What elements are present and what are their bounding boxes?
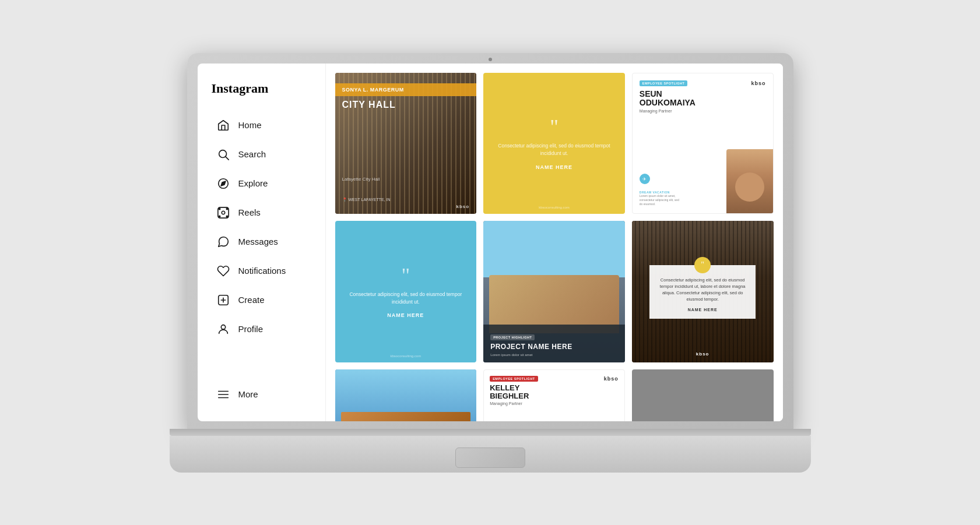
post-2-quote: Consectetur adipiscing elit, sed do eius… xyxy=(495,142,613,157)
post-1-name: SONYA L. MARGERUM xyxy=(335,83,477,96)
kelley-badge: EMPLOYEE SPOTLIGHT xyxy=(490,376,538,382)
post-2-website: kbsoconsulting.com xyxy=(539,206,570,209)
spotlight-header: EMPLOYEE SPOTLIGHT kbso xyxy=(640,80,766,86)
project-badge: PROJECT HIGHLIGHT xyxy=(490,334,535,340)
posts-grid: SONYA L. MARGERUM CITY HALL Lafayette Ci… xyxy=(335,73,774,421)
dream-section: DREAM VACATION Lorem ipsum dolor sit ame… xyxy=(640,191,680,206)
sidebar-item-profile[interactable]: Profile xyxy=(202,315,321,343)
search-label: Search xyxy=(238,149,266,159)
yellow-quote-icon: " xyxy=(694,257,711,273)
reels-label: Reels xyxy=(238,207,261,217)
post-9-quotemark: " xyxy=(698,420,707,421)
seun-title: Managing Partner xyxy=(640,109,766,113)
post-2-name: NAME HERE xyxy=(536,164,572,170)
sidebar-item-explore[interactable]: Explore xyxy=(202,170,321,198)
kelley-logo: kbso xyxy=(604,376,619,382)
svg-point-7 xyxy=(226,208,227,209)
post-1-location: 📍 WEST LAFAYETTE, IN xyxy=(342,198,391,202)
svg-point-9 xyxy=(226,216,227,217)
dark-quote-box: " Consectetur adipiscing elit, sed do ei… xyxy=(649,265,756,319)
teal-icon: ✈ xyxy=(640,174,650,184)
post-spotlight-seun[interactable]: EMPLOYEE SPOTLIGHT kbso SEUNODUKOMAIYA M… xyxy=(632,73,774,214)
notifications-label: Notifications xyxy=(238,266,286,276)
post-yellow-quote[interactable]: " Consectetur adipiscing elit, sed do ei… xyxy=(483,73,625,214)
svg-line-1 xyxy=(226,157,229,160)
sidebar-item-reels[interactable]: Reels xyxy=(202,199,321,227)
sidebar-item-more[interactable]: More xyxy=(202,380,321,408)
sidebar: Instagram Home xyxy=(198,64,326,421)
sidebar-item-messages[interactable]: Messages xyxy=(202,228,321,256)
seun-name: SEUNODUKOMAIYA xyxy=(640,90,766,108)
svg-marker-3 xyxy=(221,181,226,186)
post-building-exterior[interactable] xyxy=(335,369,477,421)
post-4-quote: Consectetur adipiscing elit, sed do eius… xyxy=(347,291,465,306)
post-blue-quote[interactable]: " Consectetur adipiscing elit, sed do ei… xyxy=(335,221,477,362)
create-label: Create xyxy=(238,295,265,305)
post-4-name: NAME HERE xyxy=(387,312,424,318)
reels-icon xyxy=(216,206,230,220)
post-1-title: CITY HALL xyxy=(342,100,396,110)
messages-icon xyxy=(216,235,230,249)
sidebar-item-create[interactable]: Create xyxy=(202,286,321,314)
post-city-hall[interactable]: SONYA L. MARGERUM CITY HALL Lafayette Ci… xyxy=(335,73,477,214)
svg-point-8 xyxy=(219,216,220,217)
post-4-website: kbsoconsulting.com xyxy=(390,354,421,358)
home-icon xyxy=(216,118,230,132)
search-icon xyxy=(216,147,230,161)
spotlight-logo: kbso xyxy=(751,80,765,86)
sidebar-item-search[interactable]: Search xyxy=(202,140,321,168)
post-4-quotemark: " xyxy=(401,265,410,286)
sidebar-item-notifications[interactable]: Notifications xyxy=(202,257,321,285)
dream-text: Lorem ipsum dolor sit amet, consectetur … xyxy=(640,194,680,206)
project-overlay: PROJECT HIGHLIGHT PROJECT NAME HERE Lore… xyxy=(483,325,625,362)
seun-photo xyxy=(726,149,773,213)
more-icon xyxy=(216,387,230,401)
messages-label: Messages xyxy=(238,237,278,246)
svg-point-13 xyxy=(221,325,225,329)
project-sub: Lorem ipsum dolor sit amet xyxy=(490,353,618,357)
spotlight-badge: EMPLOYEE SPOTLIGHT xyxy=(640,80,688,86)
dark-kbso-logo: kbso xyxy=(696,351,709,357)
post-project-highlight[interactable]: PROJECT HIGHLIGHT PROJECT NAME HERE Lore… xyxy=(483,221,625,362)
main-content: SONYA L. MARGERUM CITY HALL Lafayette Ci… xyxy=(326,64,783,421)
explore-icon xyxy=(216,177,230,191)
kelley-name: KELLEYBIEGHLER xyxy=(490,384,619,401)
project-name: PROJECT NAME HERE xyxy=(490,343,618,351)
notifications-icon xyxy=(216,264,230,278)
kelley-title: Managing Partner xyxy=(490,401,619,406)
post-dark-quote[interactable]: " Consectetur adipiscing elit, sed do ei… xyxy=(632,221,774,362)
home-label: Home xyxy=(238,120,262,130)
create-icon xyxy=(216,293,230,307)
svg-point-5 xyxy=(222,211,225,214)
more-label: More xyxy=(238,389,258,399)
app-logo: Instagram xyxy=(198,75,325,110)
post-gray-quote[interactable]: " Consectetur adipiscing elit, sed do ei… xyxy=(632,369,774,421)
profile-icon xyxy=(216,322,230,336)
post-spotlight-kelley[interactable]: EMPLOYEE SPOTLIGHT kbso KELLEYBIEGHLER M… xyxy=(483,369,625,421)
svg-point-6 xyxy=(219,208,220,209)
post-2-quotemark: " xyxy=(550,117,559,138)
sidebar-item-home[interactable]: Home xyxy=(202,111,321,139)
profile-label: Profile xyxy=(238,324,264,334)
trackpad[interactable] xyxy=(455,448,525,468)
post-1-subtitle: Lafayette City Hall xyxy=(342,177,380,182)
explore-label: Explore xyxy=(238,178,268,188)
post-1-logo: kbso xyxy=(456,204,469,209)
kelley-header: EMPLOYEE SPOTLIGHT kbso xyxy=(490,376,619,382)
dark-quote-text: Consectetur adipiscing elit, sed do eius… xyxy=(656,277,749,303)
dark-quote-name: NAME HERE xyxy=(656,308,749,312)
sidebar-nav: Home Search xyxy=(198,110,325,379)
